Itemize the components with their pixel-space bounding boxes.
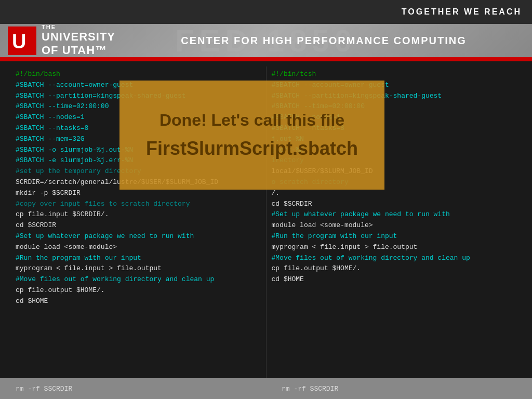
university-logo: U — [8, 26, 36, 55]
code-line: #Run the program with our input — [16, 253, 261, 264]
code-line: cp file.input $SCRDIR/. — [16, 209, 261, 220]
code-line: #copy over input files to scratch direct… — [16, 199, 261, 210]
code-line: #Set up whatever package we need to run … — [272, 209, 517, 220]
bottom-left: rm -rf $SCRDIR — [0, 385, 266, 393]
code-line: module load <some-module> — [16, 242, 261, 253]
code-line: #!/bin/tcsh — [272, 69, 517, 80]
logo-area: U THE UNIVERSITY OF UTAH™ — [0, 24, 115, 57]
code-line: cd $SCRDIR — [16, 220, 261, 231]
together-we-reach-text: TOGETHER WE REACH — [402, 7, 522, 17]
code-line: cd $HOME — [272, 274, 517, 285]
svg-text:U: U — [12, 31, 26, 52]
red-bar — [0, 57, 532, 61]
center-title-area: CENTER FOR HIGH PERFORMANCE COMPUTING — [115, 35, 532, 47]
bottom-bar: rm -rf $SCRDIR rm -rf $SCRDIR — [0, 378, 532, 399]
code-line: cp file.output $HOME/. — [16, 285, 261, 296]
code-line: cp file.output $HOME/. — [272, 263, 517, 274]
of-utah-text: OF UTAH™ — [42, 44, 115, 57]
code-line: #Move files out of working directory and… — [272, 253, 517, 264]
code-line: cd $SCRDIR — [272, 199, 517, 210]
code-line: module load <some-module> — [272, 220, 517, 231]
header: TOGETHER WE REACH FED 1850 U THE UNIVERS… — [0, 0, 532, 57]
logo-banner: FED 1850 U THE UNIVERSITY OF UTAH™ CENTE… — [0, 24, 532, 57]
code-line: myprogram < file.input > file.output — [272, 242, 517, 253]
code-line: #Run the program with our input — [272, 231, 517, 242]
university-name: THE UNIVERSITY OF UTAH™ — [42, 24, 115, 57]
code-line: cd $HOME — [16, 296, 261, 307]
overlay-popup: Done! Let's call this file FirstSlurmScr… — [119, 81, 384, 190]
bottom-right: rm -rf $SCRDIR — [266, 385, 532, 393]
overlay-line2: FirstSlurmScript.sbatch — [146, 138, 358, 159]
university-text-line: UNIVERSITY — [42, 30, 115, 44]
code-line: #!/bin/bash — [16, 69, 261, 80]
the-text: THE — [42, 24, 115, 30]
top-bar: TOGETHER WE REACH — [0, 0, 532, 24]
code-line: #Set up whatever package we need to run … — [16, 231, 261, 242]
overlay-line1: Done! Let's call this file — [159, 111, 344, 130]
center-title: CENTER FOR HIGH PERFORMANCE COMPUTING — [181, 35, 467, 47]
code-line: myprogram < file.input > file.output — [16, 263, 261, 274]
code-line: #Move files out of working directory and… — [16, 274, 261, 285]
